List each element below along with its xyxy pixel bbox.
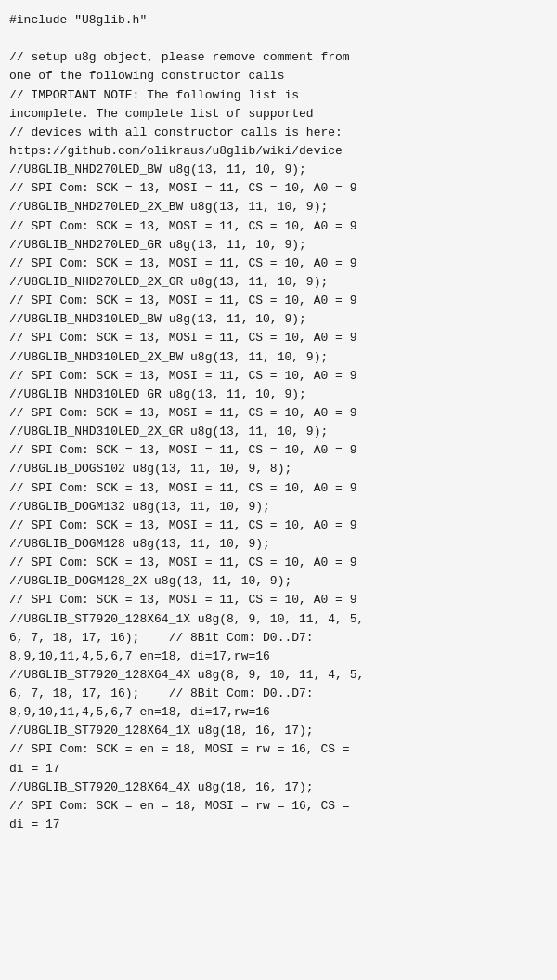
- code-content: #include "U8glib.h" // setup u8g object,…: [9, 11, 548, 834]
- code-container: #include "U8glib.h" // setup u8g object,…: [0, 0, 557, 980]
